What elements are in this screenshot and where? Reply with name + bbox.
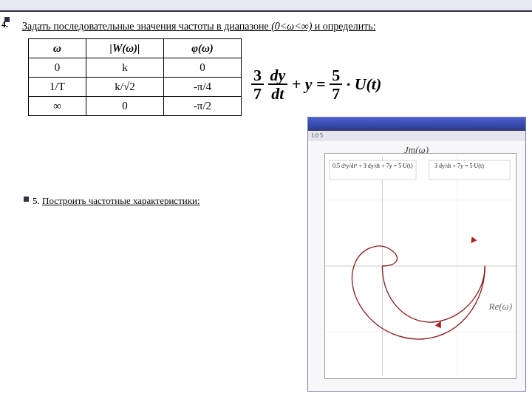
window-subbar: 1.0 5 (308, 131, 525, 141)
th-w: |W(ω)| (86, 39, 164, 58)
th-phi: φ(ω) (164, 39, 242, 58)
table-row: 0 k 0 (29, 58, 242, 78)
differential-equation: 3 7 dy dt + y = 5 7 · U(t) (251, 66, 381, 102)
window-titlebar (308, 117, 525, 131)
plot-annotation-left: 0.5 d²y/dt² + 3 dy/dt + 7y = 5·U(t) (332, 163, 413, 169)
table-header-row: ω |W(ω)| φ(ω) (29, 39, 242, 58)
plot-annotation-right: 3 dy/dt + 7y = 5·U(t) (434, 163, 484, 169)
svg-marker-6 (471, 236, 477, 243)
task4-range: (0<ω<∞) (271, 21, 312, 32)
plot-window: 1.0 5 Jm(ω) 0.5 d²y/dt² + 3 dy/dt + 7y =… (307, 117, 526, 392)
task4-suffix: и определить: (312, 21, 375, 32)
plot-svg (325, 154, 516, 378)
table-row: ∞ 0 -π/2 (29, 97, 242, 116)
frac-5-7: 5 7 (330, 66, 342, 102)
axis-x-label: Re(ω) (488, 301, 512, 313)
task-4-text: Задать последовательные значения частоты… (22, 21, 376, 33)
frac-3-7: 3 7 (251, 66, 264, 102)
item-5-number: 5. (33, 195, 40, 206)
item-4-number: 4. (1, 19, 8, 30)
nyquist-plot: 0.5 d²y/dt² + 3 dy/dt + 7y = 5·U(t) 3 dy… (324, 153, 516, 379)
task4-prefix: Задать последовательные значения частоты… (22, 21, 271, 32)
th-omega: ω (29, 39, 86, 58)
frequency-table: ω |W(ω)| φ(ω) 0 k 0 1/T k/√2 -π/4 ∞ 0 -π… (28, 38, 242, 116)
task-5-text: 5. Построить частотные характеристики: (33, 195, 200, 207)
header-stripe (0, 0, 532, 12)
task5-label: Построить частотные характеристики: (42, 195, 200, 206)
table-row: 1/T k/√2 -π/4 (29, 78, 242, 97)
bullet-5 (24, 197, 29, 202)
frac-dy-dt: dy dt (268, 66, 288, 102)
